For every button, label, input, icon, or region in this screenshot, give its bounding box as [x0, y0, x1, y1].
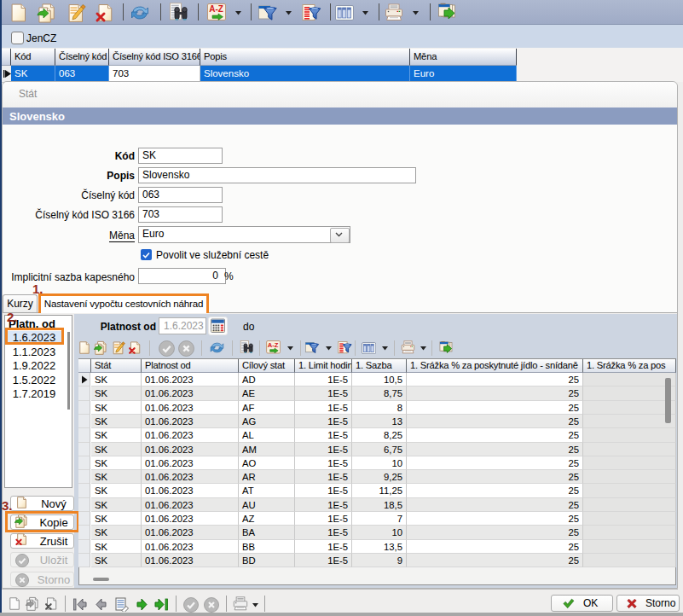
svg-text:A-Z: A-Z	[268, 341, 279, 349]
svg-text:A-Z: A-Z	[209, 4, 223, 14]
